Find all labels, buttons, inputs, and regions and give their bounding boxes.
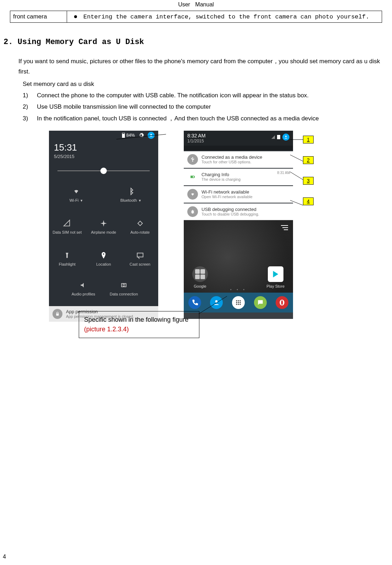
play-icon (268, 266, 283, 282)
svg-point-22 (239, 304, 241, 305)
menu-icon (281, 225, 288, 230)
svg-point-18 (238, 302, 239, 303)
svg-line-27 (290, 172, 303, 180)
step-3: 3)In the notification panel, touch USB i… (23, 113, 382, 124)
lock-icon (53, 309, 62, 319)
svg-line-28 (290, 200, 303, 205)
usb-icon (187, 154, 198, 165)
audio-tile: Audio profiles (63, 276, 104, 301)
svg-point-9 (192, 210, 194, 213)
step-1: 1)Connect the phone to the computer with… (23, 90, 382, 101)
qs-row-1: Wi-Fi▼ Bluetooth▼ (49, 179, 158, 211)
audio-icon (79, 281, 87, 289)
notif-charging: Charging InfoThe device is charging 8:31… (184, 169, 293, 185)
dataconn-tile: Data connection (104, 276, 144, 301)
status-icons (271, 133, 289, 141)
figure-area: 84% 15:31 5/25/2015 Wi-Fi▼ Bluetooth▼ Da… (10, 131, 382, 337)
svg-point-16 (239, 300, 241, 301)
svg-point-21 (238, 304, 239, 305)
airplane-icon (100, 219, 107, 227)
bullet-icon (74, 15, 77, 18)
svg-rect-3 (137, 253, 143, 257)
signal-icon (63, 219, 71, 227)
screenshot-quick-settings: 84% 15:31 5/25/2015 Wi-Fi▼ Bluetooth▼ Da… (49, 131, 158, 319)
date-text: 5/25/2015 (54, 154, 153, 159)
svg-point-20 (236, 304, 237, 305)
page-header: User Manual (10, 1, 382, 8)
flashlight-icon (63, 251, 71, 259)
google-folder: Google (192, 266, 208, 288)
caption-box: Specific shown in the following figure (… (79, 311, 199, 338)
svg-point-15 (238, 300, 239, 301)
sub-intro: Set memory card as u disk (23, 78, 382, 90)
leader-3 (290, 172, 308, 181)
cast-tile: Cast screen (122, 246, 158, 271)
opera-icon (276, 296, 288, 309)
front-camera-desc: Entering the camera interface, switched … (83, 13, 369, 20)
svg-point-2 (103, 253, 104, 255)
folder-icon (192, 266, 208, 282)
signal-icon (271, 135, 275, 139)
qs-row-2: Data SIM not set Airplane mode Auto-rota… (49, 211, 158, 243)
svg-line-6 (116, 134, 166, 139)
steps-list: 1)Connect the phone to the computer with… (23, 90, 382, 124)
qs-row-4: Audio profiles Data connection (49, 275, 158, 306)
screenshot-notifications: 8:32 AM1/1/2015 Connected as a media dev… (184, 131, 293, 319)
svg-point-7 (285, 136, 287, 137)
page-number: 4 (3, 554, 6, 560)
front-camera-table: front camera Entering the camera interfa… (10, 11, 382, 23)
leader-2 (290, 155, 308, 162)
leader-line (116, 134, 180, 145)
qs-row-3: Flashlight Location Cast screen (49, 243, 158, 275)
svg-rect-10 (281, 225, 288, 226)
svg-rect-12 (284, 229, 288, 230)
play-store: Play Store (266, 266, 285, 288)
rotate-icon (136, 219, 144, 227)
intro-text: If you want to send music, pictures or o… (18, 56, 382, 77)
wifi-icon (72, 188, 80, 195)
svg-point-19 (239, 302, 241, 303)
svg-point-14 (236, 300, 237, 301)
leader-1 (290, 138, 308, 141)
slider-thumb-icon (100, 168, 107, 174)
notif-wifi: Wi-Fi network availableOpen Wi-Fi networ… (184, 186, 293, 203)
chevron-down-icon: ▼ (138, 199, 142, 202)
svg-rect-5 (56, 314, 59, 316)
cast-icon (136, 251, 144, 259)
data-sim-tile: Data SIM not set (49, 214, 85, 239)
caption-leader (199, 296, 234, 317)
svg-line-29 (199, 296, 227, 314)
front-camera-label: front camera (10, 11, 67, 23)
location-tile: Location (85, 246, 122, 271)
bug-icon (187, 206, 198, 217)
brightness-slider (49, 163, 158, 179)
notif-media-device: Connected as a media deviceTouch for oth… (184, 151, 293, 168)
status-bar-2: 8:32 AM1/1/2015 (184, 131, 293, 146)
battery-icon (277, 135, 280, 139)
front-camera-desc-cell: Entering the camera interface, switched … (67, 11, 382, 23)
page-indicator: • • • (184, 288, 293, 292)
svg-rect-1 (138, 221, 142, 226)
wifi-icon (187, 189, 198, 200)
notif-usb-debug: USB debugging connectedTouch to disable … (184, 203, 293, 220)
airplane-tile: Airplane mode (85, 214, 122, 239)
section-heading: 2. Using Memory Card as U Disk (4, 38, 382, 47)
location-icon (100, 251, 107, 259)
leader-4 (290, 200, 308, 207)
svg-line-26 (290, 155, 303, 161)
charging-icon (187, 172, 198, 182)
wifi-tile: Wi-Fi▼ (49, 183, 104, 207)
data-icon (120, 281, 128, 289)
svg-point-24 (281, 300, 283, 305)
svg-point-17 (236, 302, 237, 303)
flashlight-tile: Flashlight (49, 246, 85, 271)
step-2: 2)Use USB mobile transmission line will … (23, 101, 382, 113)
bluetooth-icon (127, 188, 135, 195)
rotate-tile: Auto-rotate (122, 214, 158, 239)
messages-icon (254, 296, 267, 309)
bluetooth-tile: Bluetooth▼ (104, 183, 158, 207)
chevron-down-icon: ▼ (80, 199, 83, 202)
svg-rect-11 (282, 227, 288, 228)
avatar-icon (282, 134, 289, 141)
